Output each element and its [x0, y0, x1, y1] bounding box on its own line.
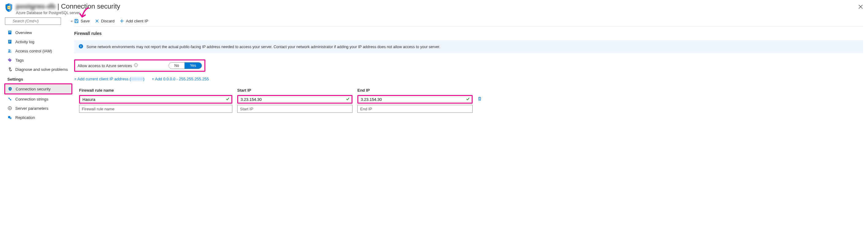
add-all-ips-link[interactable]: + Add 0.0.0.0 - 255.255.255.255	[152, 77, 209, 81]
firewall-quick-links: + Add current client IP address (0.0.0.0…	[74, 77, 863, 81]
checkmark-icon	[466, 97, 470, 102]
new-rule-end-ip-input[interactable]	[358, 105, 473, 113]
info-icon	[79, 44, 83, 50]
resource-name: postgres-db	[16, 2, 56, 10]
col-header-start-ip: Start IP	[237, 88, 352, 93]
collapse-sidebar-button[interactable]: «	[69, 19, 74, 23]
svg-point-13	[10, 50, 11, 51]
main-content: Save Discard Add client IP Firewall rule…	[74, 16, 868, 126]
plug-icon	[7, 97, 12, 101]
replication-icon	[7, 115, 12, 120]
svg-text:i: i	[135, 64, 136, 66]
svg-line-18	[9, 99, 10, 99]
rule-start-ip-input[interactable]	[238, 96, 351, 103]
svg-rect-11	[9, 42, 10, 42]
help-icon[interactable]: i	[134, 63, 138, 68]
svg-rect-31	[81, 46, 81, 47]
svg-rect-5	[8, 31, 11, 34]
sidebar-item-label: Activity log	[15, 39, 34, 44]
log-icon	[7, 39, 12, 44]
svg-rect-8	[8, 40, 11, 43]
save-button[interactable]: Save	[74, 19, 90, 23]
svg-point-17	[9, 88, 11, 90]
sidebar-item-replication[interactable]: Replication	[5, 113, 74, 122]
sidebar-item-label: Connection security	[16, 87, 51, 91]
sidebar-item-connection-strings[interactable]: Connection strings	[5, 94, 74, 104]
svg-point-14	[9, 59, 9, 60]
sidebar-item-overview[interactable]: Overview	[5, 28, 74, 37]
sidebar-item-tags[interactable]: Tags	[5, 56, 74, 65]
command-bar: Save Discard Add client IP	[74, 16, 863, 27]
delete-rule-button[interactable]	[477, 97, 482, 102]
table-row	[74, 94, 863, 104]
checkmark-icon	[225, 97, 229, 102]
gear-icon	[7, 106, 12, 111]
close-button[interactable]	[857, 3, 864, 10]
add-client-ip-button[interactable]: Add client IP	[120, 19, 148, 23]
sidebar-item-server-parameters[interactable]: Server parameters	[5, 104, 74, 113]
table-row-new	[74, 104, 863, 114]
discard-button[interactable]: Discard	[95, 19, 115, 23]
svg-rect-6	[9, 31, 11, 32]
close-icon	[859, 5, 863, 9]
page-title: Connection security	[61, 2, 120, 10]
table-header: Firewall rule name Start IP End IP	[74, 86, 863, 94]
plus-icon	[120, 19, 124, 23]
firewall-rules-table: Firewall rule name Start IP End IP	[74, 86, 863, 114]
sidebar-item-diagnose[interactable]: Diagnose and solve problems	[5, 65, 74, 74]
checkmark-icon	[346, 97, 350, 102]
allow-azure-toggle-label: Allow access to Azure services i	[78, 63, 138, 68]
discard-icon	[95, 19, 99, 23]
svg-point-2	[8, 7, 9, 8]
resource-type-subtitle: Azure Database for PostgreSQL server	[16, 11, 120, 15]
firewall-section-title: Firewall rules	[74, 31, 863, 36]
trash-icon	[477, 97, 482, 101]
rule-end-ip-input[interactable]	[358, 96, 472, 103]
shield-db-icon	[5, 3, 13, 13]
sidebar-item-label: Server parameters	[15, 106, 49, 111]
sidebar-item-connection-security[interactable]: Connection security	[5, 84, 71, 94]
sidebar-section-settings: Settings	[5, 74, 74, 84]
shield-icon	[8, 87, 12, 91]
svg-point-15	[9, 68, 11, 69]
discard-button-label: Discard	[101, 19, 115, 23]
info-banner-text: Some network environments may not report…	[87, 45, 440, 49]
svg-rect-9	[9, 40, 11, 41]
svg-point-12	[8, 50, 10, 51]
svg-point-20	[9, 107, 10, 109]
rule-name-input[interactable]	[80, 96, 231, 103]
svg-rect-10	[9, 41, 11, 42]
add-current-ip-link[interactable]: + Add current client IP address (0.0.0.0…	[74, 77, 144, 81]
people-icon	[7, 49, 12, 53]
tag-icon	[7, 58, 12, 63]
info-banner: Some network environments may not report…	[74, 40, 863, 53]
svg-point-16	[11, 70, 12, 70]
title-separator: |	[57, 2, 59, 10]
svg-point-30	[81, 45, 81, 46]
col-header-name: Firewall rule name	[79, 88, 232, 93]
diagnose-icon	[7, 67, 12, 72]
col-header-end-ip: End IP	[358, 88, 473, 93]
sidebar-item-label: Tags	[15, 58, 24, 63]
sidebar: « Overview Activity log Access control (…	[0, 16, 74, 126]
sidebar-item-access-control[interactable]: Access control (IAM)	[5, 46, 74, 56]
sidebar-search-input[interactable]	[5, 18, 61, 25]
sidebar-item-label: Overview	[15, 30, 32, 35]
sidebar-item-activity-log[interactable]: Activity log	[5, 37, 74, 46]
server-icon	[7, 30, 12, 35]
new-rule-name-input[interactable]	[79, 105, 232, 113]
sidebar-item-label: Access control (IAM)	[15, 49, 52, 53]
save-icon	[74, 19, 79, 23]
sidebar-item-label: Connection strings	[15, 97, 49, 101]
page-header: postgres-db | Connection security Azure …	[0, 0, 868, 16]
svg-rect-27	[76, 19, 77, 21]
toggle-option-no[interactable]: No	[169, 63, 185, 69]
allow-azure-toggle[interactable]: No Yes	[168, 62, 202, 69]
svg-rect-28	[75, 21, 78, 23]
add-client-ip-label: Add client IP	[126, 19, 148, 23]
sidebar-item-label: Diagnose and solve problems	[15, 67, 68, 72]
sidebar-item-label: Replication	[15, 115, 35, 120]
save-button-label: Save	[81, 19, 90, 23]
toggle-option-yes[interactable]: Yes	[185, 63, 202, 69]
new-rule-start-ip-input[interactable]	[237, 105, 352, 113]
